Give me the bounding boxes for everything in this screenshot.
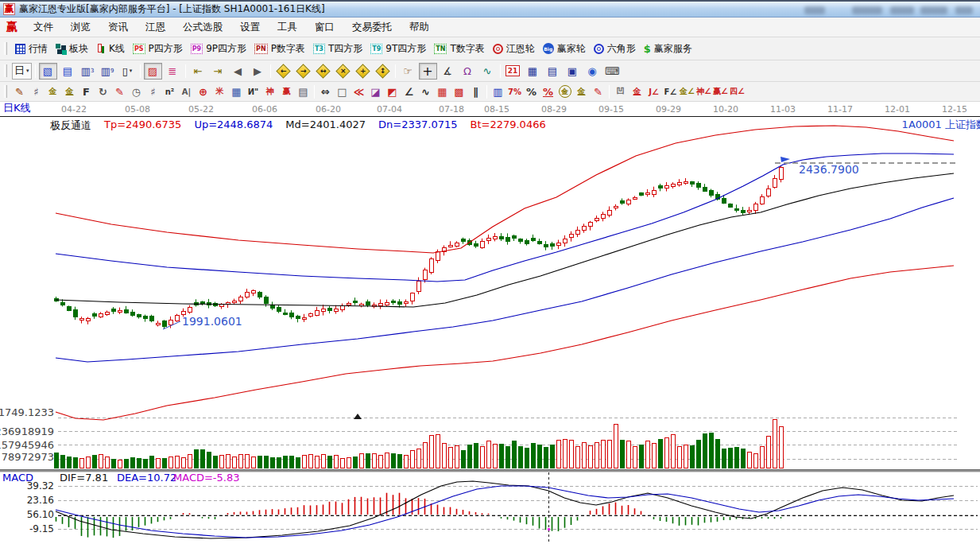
p-square-button[interactable]: PSP四方形 <box>129 41 187 57</box>
step-back-button[interactable]: ◀ <box>229 63 247 80</box>
menu-item-8[interactable]: 窗口 <box>306 18 343 37</box>
pin-brush-tool[interactable]: ✎ <box>591 84 606 99</box>
spiral-tool[interactable]: ↻ <box>95 84 110 99</box>
candle-style-button[interactable]: ▯▾ <box>118 63 137 80</box>
save-button[interactable]: ▣ <box>564 63 582 80</box>
last-page-button[interactable]: ⇥ <box>209 63 227 80</box>
cup-tool[interactable]: 凹 <box>613 84 628 99</box>
box-select-tool[interactable]: □ <box>335 84 350 99</box>
expand-diamond-button[interactable]: ↔ <box>314 63 332 80</box>
brush-tool[interactable]: ✎ <box>12 84 27 99</box>
percent-tool-icon: % <box>526 86 536 98</box>
gold-line-tool[interactable]: 金 <box>574 84 589 99</box>
star-grid-tool[interactable]: 米 <box>212 84 227 99</box>
9p-square-button[interactable]: P99P四方形 <box>187 41 250 57</box>
menu-item-7[interactable]: 工具 <box>269 18 306 37</box>
info-board-button[interactable]: ▤ <box>59 63 77 80</box>
t-square-button[interactable]: T3T四方形 <box>309 41 366 57</box>
width-measure-tool[interactable]: ⇔ <box>318 84 333 99</box>
menu-item-3[interactable]: 资讯 <box>99 18 137 37</box>
f-angle-tool[interactable]: F∠ <box>663 84 678 99</box>
web-button[interactable]: ◉ <box>583 63 602 80</box>
gold-grid-tool[interactable]: 金 <box>45 84 60 99</box>
first-page-button[interactable]: ⇤ <box>189 63 207 80</box>
p-number-table-button[interactable]: PNP数字表 <box>250 41 309 57</box>
shift-right-diamond-button[interactable]: → <box>294 63 312 80</box>
n-square-tool[interactable]: n² <box>162 84 177 99</box>
menu-item-6[interactable]: 设置 <box>231 18 269 37</box>
toolbar-grip[interactable] <box>4 64 7 77</box>
target-tool[interactable]: ⊕ <box>196 84 211 99</box>
win-tool[interactable]: 赢 <box>279 84 294 99</box>
color-histogram-button[interactable]: ≣ <box>164 63 182 80</box>
sectors-button[interactable]: 板块 <box>52 41 92 57</box>
trend-overlay-button[interactable]: ▧ <box>39 63 57 80</box>
period-day-button[interactable]: 日▾ <box>12 63 32 80</box>
parallel-lines-tool[interactable]: ∥ <box>468 84 483 99</box>
time-cycle-tool[interactable]: ◷ <box>129 84 144 99</box>
move-diamond-button[interactable]: ↕ <box>374 63 392 80</box>
toolbar-grip[interactable] <box>4 85 7 98</box>
calendar-button[interactable]: 21 <box>504 63 522 80</box>
calculator-button[interactable]: ▦ <box>524 63 542 80</box>
menu-item-1[interactable]: 文件 <box>25 18 62 37</box>
nine-chart-button[interactable]: ▥9 <box>99 63 117 80</box>
crosshair-button[interactable]: + <box>419 63 437 80</box>
gold-grid2-tool[interactable]: 金 <box>62 84 77 99</box>
zigzag-tool[interactable]: ∿ <box>418 84 433 99</box>
three-chart-button[interactable]: ▥3 <box>79 63 97 80</box>
blue-grid-tool[interactable]: ▦ <box>229 84 244 99</box>
step-forward-button[interactable]: ▶ <box>249 63 267 80</box>
red-pattern-button[interactable]: ▨ <box>144 63 162 80</box>
pan-hand-button[interactable]: ☞ <box>399 63 417 80</box>
percent-t-tool[interactable]: 7% <box>507 84 522 99</box>
panel-bars-tool[interactable]: ▥ <box>490 84 505 99</box>
menu-item-5[interactable]: 公式选股 <box>174 18 231 37</box>
main-chart-canvas[interactable]: 1749.1233236918919157945946789729731991.… <box>0 117 980 469</box>
gann-shape-button[interactable]: Ω <box>459 63 477 80</box>
toolbar-grip[interactable] <box>4 42 7 55</box>
ruler-tool[interactable]: ▤ <box>296 84 311 99</box>
kline-button[interactable]: K线 <box>92 41 129 57</box>
four-angle-tool[interactable]: 四∠ <box>730 84 745 99</box>
shen-angle-tool[interactable]: 神∠ <box>696 84 711 99</box>
shift-left-diamond-button[interactable]: ← <box>274 63 292 80</box>
j-angle-tool[interactable]: J∠ <box>646 84 661 99</box>
winner-wheel-button[interactable]: Big赢家轮 <box>539 41 590 57</box>
percent-line-tool[interactable]: % <box>540 84 556 99</box>
red-brush-tool[interactable]: ✎ <box>112 84 127 99</box>
gold-angle-tool[interactable]: 金∠ <box>680 84 695 99</box>
wave-tool-button[interactable]: ∿ <box>478 63 497 80</box>
gann-wheel-button[interactable]: 江恩轮 <box>489 41 539 57</box>
menu-item-4[interactable]: 江恩 <box>137 18 174 37</box>
fence-tool[interactable]: ♯ <box>29 84 44 99</box>
notes-button[interactable]: ▤ <box>544 63 562 80</box>
f-grid-tool[interactable]: F <box>79 84 94 99</box>
cross-diamond-button[interactable]: + <box>354 63 372 80</box>
shen-tool[interactable]: 神 <box>262 84 277 99</box>
angle-line-tool[interactable]: ∠ <box>401 84 416 99</box>
computer-button[interactable]: ⌨ <box>603 63 622 80</box>
menu-item-9[interactable]: 交易委托 <box>343 18 401 37</box>
menu-item-10[interactable]: 帮助 <box>401 18 438 37</box>
winner-service-button[interactable]: $赢家服务 <box>640 41 696 57</box>
mirror-tool[interactable]: A| <box>179 84 194 99</box>
fan-box-purple-tool[interactable]: ◪ <box>368 84 383 99</box>
compress-diamond-button[interactable]: × <box>334 63 352 80</box>
percent-tool[interactable]: % <box>524 84 539 99</box>
red-grid-tool[interactable]: ▦ <box>435 84 450 99</box>
win-angle-tool[interactable]: 赢∠ <box>713 84 728 99</box>
gold-red-tool[interactable]: 金 <box>629 84 645 99</box>
menu-item-2[interactable]: 浏览 <box>62 18 99 37</box>
market-quotes-button[interactable]: 行情 <box>11 41 52 57</box>
angle-measure-button[interactable]: ∡ <box>439 63 457 80</box>
fan-tool[interactable]: ≪ <box>351 84 366 99</box>
fence2-tool[interactable]: ♯ <box>145 84 161 99</box>
red-grid2-tool[interactable]: ▩ <box>451 84 467 99</box>
9t-square-button[interactable]: T99T四方形 <box>366 41 430 57</box>
hexagon-button[interactable]: 六角形 <box>590 41 640 57</box>
quote-tool[interactable]: И" <box>246 84 261 99</box>
t-number-table-button[interactable]: TNT数字表 <box>430 41 489 57</box>
gold-circle-tool[interactable]: 金 <box>557 84 572 99</box>
fan-box-red-tool[interactable]: ◩ <box>385 84 400 99</box>
